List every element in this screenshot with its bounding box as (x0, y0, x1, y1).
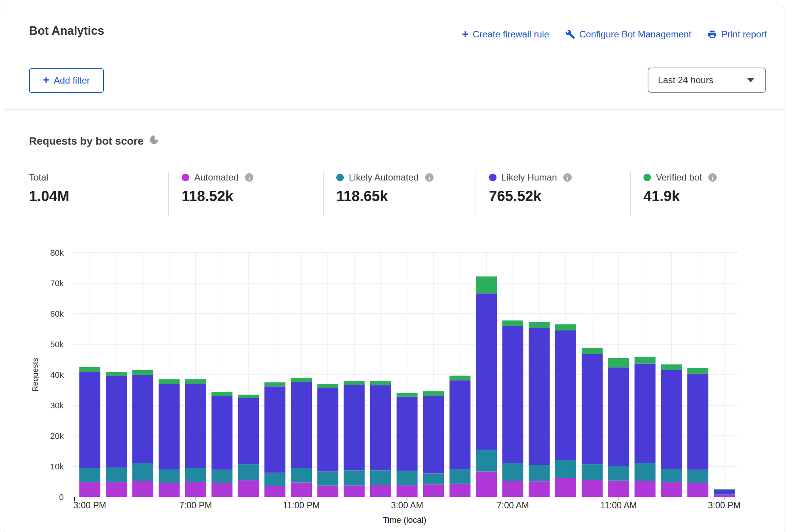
bar-segment-automated[interactable] (714, 495, 735, 497)
bar-segment-likely-automated[interactable] (687, 470, 708, 483)
bar-segment-verified-bot[interactable] (635, 357, 656, 364)
bar-segment-automated[interactable] (132, 481, 153, 497)
add-filter-button[interactable]: + Add filter (29, 68, 104, 93)
bar-segment-verified-bot[interactable] (344, 381, 365, 385)
bar-segment-likely-human[interactable] (264, 386, 285, 472)
bar-segment-likely-automated[interactable] (106, 468, 127, 482)
bar-segment-automated[interactable] (476, 472, 497, 497)
bar-segment-automated[interactable] (79, 482, 100, 497)
time-range-dropdown[interactable]: Last 24 hours (648, 68, 766, 93)
bar-segment-likely-human[interactable] (502, 326, 523, 463)
info-icon[interactable]: i (708, 173, 717, 182)
bar-segment-automated[interactable] (635, 481, 656, 497)
bar-segment-likely-automated[interactable] (608, 466, 629, 480)
bar-segment-automated[interactable] (397, 485, 418, 497)
bar-segment-likely-automated[interactable] (476, 450, 497, 472)
bar-segment-likely-human[interactable] (661, 370, 682, 469)
bar-segment-likely-automated[interactable] (185, 468, 206, 482)
bar-segment-automated[interactable] (555, 478, 576, 497)
bar-segment-verified-bot[interactable] (661, 364, 682, 370)
bar-segment-automated[interactable] (582, 480, 603, 497)
bar-segment-verified-bot[interactable] (132, 370, 153, 375)
print-report-link[interactable]: Print report (707, 29, 767, 40)
bar-segment-verified-bot[interactable] (238, 395, 259, 398)
bar-segment-likely-automated[interactable] (661, 469, 682, 482)
bar-segment-likely-automated[interactable] (344, 470, 365, 485)
bar-segment-likely-automated[interactable] (370, 470, 391, 485)
bar-segment-likely-automated[interactable] (291, 468, 312, 483)
bar-segment-verified-bot[interactable] (502, 321, 523, 326)
bar-segment-automated[interactable] (608, 481, 629, 497)
bar-segment-verified-bot[interactable] (79, 367, 100, 372)
info-icon[interactable]: i (425, 173, 434, 182)
bar-segment-automated[interactable] (344, 485, 365, 497)
bar-segment-likely-human[interactable] (317, 388, 338, 471)
bar-segment-likely-automated[interactable] (582, 464, 603, 480)
bar-segment-likely-automated[interactable] (502, 463, 523, 481)
bar-segment-likely-human[interactable] (370, 385, 391, 470)
bar-segment-automated[interactable] (370, 485, 391, 497)
bar-segment-verified-bot[interactable] (185, 379, 206, 384)
bar-segment-likely-human[interactable] (397, 397, 418, 471)
bar-segment-likely-human[interactable] (555, 330, 576, 460)
bar-segment-likely-automated[interactable] (264, 473, 285, 486)
bar-segment-verified-bot[interactable] (476, 276, 497, 293)
bar-segment-likely-automated[interactable] (159, 469, 180, 483)
bar-segment-likely-human[interactable] (132, 375, 153, 463)
bar-segment-automated[interactable] (529, 481, 550, 497)
bar-segment-likely-human[interactable] (608, 368, 629, 466)
bar-segment-likely-automated[interactable] (555, 460, 576, 478)
bar-segment-likely-human[interactable] (529, 328, 550, 465)
bar-segment-likely-automated[interactable] (317, 472, 338, 486)
bar-segment-likely-human[interactable] (344, 385, 365, 470)
bar-segment-verified-bot[interactable] (397, 393, 418, 397)
bar-segment-verified-bot[interactable] (370, 381, 391, 385)
bar-segment-automated[interactable] (185, 482, 206, 497)
info-icon[interactable]: i (245, 173, 253, 182)
bar-segment-verified-bot[interactable] (529, 322, 550, 328)
bar-segment-automated[interactable] (291, 482, 312, 497)
bar-segment-automated[interactable] (423, 484, 444, 497)
bar-segment-likely-human[interactable] (423, 396, 444, 473)
bar-segment-likely-human[interactable] (635, 363, 656, 463)
bar-segment-likely-automated[interactable] (423, 473, 444, 484)
bar-segment-verified-bot[interactable] (291, 378, 312, 382)
bar-segment-automated[interactable] (211, 483, 232, 497)
bar-segment-likely-automated[interactable] (211, 470, 232, 483)
bar-segment-verified-bot[interactable] (423, 391, 444, 396)
bar-segment-verified-bot[interactable] (582, 348, 603, 354)
bar-segment-verified-bot[interactable] (264, 382, 285, 386)
bar-segment-automated[interactable] (106, 482, 127, 497)
bar-segment-likely-automated[interactable] (635, 463, 656, 481)
bar-segment-automated[interactable] (502, 481, 523, 497)
bar-segment-verified-bot[interactable] (159, 379, 180, 384)
bar-segment-likely-human[interactable] (450, 380, 471, 469)
bar-segment-likely-human[interactable] (185, 384, 206, 468)
bar-segment-verified-bot[interactable] (608, 358, 629, 368)
bar-segment-likely-automated[interactable] (79, 468, 100, 482)
bar-segment-likely-human[interactable] (582, 354, 603, 464)
bar-segment-automated[interactable] (159, 483, 180, 497)
bar-segment-likely-automated[interactable] (714, 495, 735, 495)
bar-segment-likely-automated[interactable] (238, 464, 259, 480)
bar-segment-verified-bot[interactable] (211, 392, 232, 396)
bar-segment-likely-human[interactable] (79, 372, 100, 468)
bar-segment-likely-human[interactable] (291, 382, 312, 468)
bar-segment-likely-automated[interactable] (132, 463, 153, 481)
bar-segment-automated[interactable] (450, 484, 471, 497)
configure-bot-management-link[interactable]: Configure Bot Management (565, 29, 692, 40)
bar-segment-likely-human[interactable] (714, 490, 735, 495)
bar-segment-likely-human[interactable] (106, 376, 127, 468)
create-firewall-rule-link[interactable]: + Create firewall rule (462, 29, 549, 40)
bar-segment-automated[interactable] (317, 485, 338, 497)
bar-segment-verified-bot[interactable] (687, 368, 708, 373)
bar-segment-likely-human[interactable] (159, 384, 180, 469)
bar-segment-likely-automated[interactable] (397, 471, 418, 485)
bar-segment-likely-automated[interactable] (450, 469, 471, 484)
bar-segment-likely-human[interactable] (687, 374, 708, 470)
info-icon[interactable]: i (563, 173, 572, 182)
bar-segment-verified-bot[interactable] (555, 324, 576, 330)
bar-segment-verified-bot[interactable] (317, 384, 338, 388)
bar-segment-verified-bot[interactable] (714, 489, 735, 490)
bar-segment-likely-automated[interactable] (529, 465, 550, 481)
